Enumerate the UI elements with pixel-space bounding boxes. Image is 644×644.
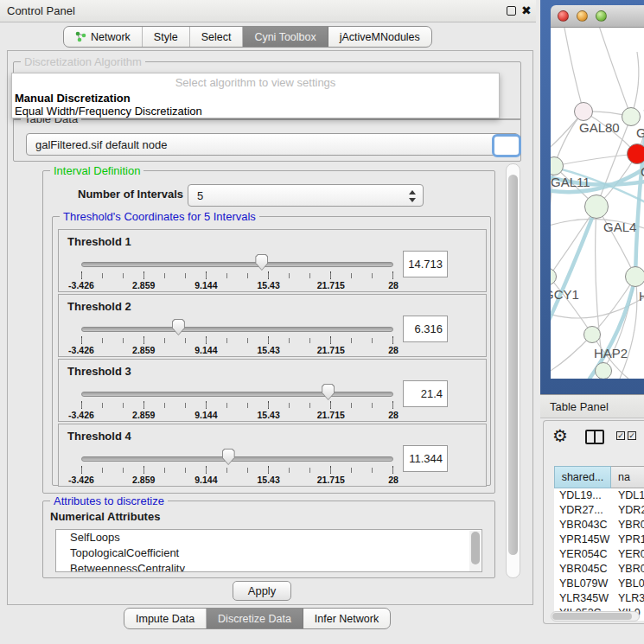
scale-tick-label: 21.715 <box>317 475 345 485</box>
dropdown-placeholder-option[interactable]: Select algorithm to view settings <box>12 76 499 89</box>
minimize-traffic-light-icon[interactable] <box>577 10 588 22</box>
checkbox-pair-icon[interactable]: ✓ ✓ <box>616 431 636 440</box>
cell-name: YLR3 <box>611 591 644 606</box>
graph-node-g[interactable] <box>622 107 641 126</box>
slider-minor-ticks <box>81 338 394 343</box>
panel-scrollbar-thumb[interactable] <box>508 175 518 555</box>
threshold-1-slider-thumb[interactable] <box>255 254 268 271</box>
scale-tick-label: 21.715 <box>317 345 345 355</box>
numerical-attributes-label: Numerical Attributes <box>50 510 160 523</box>
graph-node[interactable] <box>595 362 612 379</box>
table-row[interactable]: YBL079WYBL0 <box>554 577 644 591</box>
attribute-list-item[interactable]: SelfLoops <box>56 530 481 545</box>
tab-select[interactable]: Select <box>190 27 244 47</box>
threshold-1-value-field[interactable]: 14.713 <box>403 251 448 277</box>
float-window-icon[interactable] <box>507 6 516 16</box>
tab-jactivemnodules[interactable]: jActiveMNodules <box>328 27 431 47</box>
table-data-selected-value: galFiltered.sif default node <box>35 138 167 151</box>
number-of-intervals-label: Number of Intervals <box>78 188 183 201</box>
graph-node-gal80[interactable] <box>574 102 593 121</box>
threshold-3-slider-thumb[interactable] <box>322 384 335 400</box>
dropdown-option-equal-width-frequency[interactable]: Equal Width/Frequency Discretization <box>15 105 202 118</box>
threshold-1-panel: Threshold 1 -3.4262.8599.14415.4321.7152… <box>58 229 487 292</box>
table-header-row: shared... na <box>554 466 644 488</box>
tab-label: Cyni Toolbox <box>254 31 316 43</box>
network-canvas[interactable]: GAL80GCGAL11GAL4GCY1HHAP2 <box>551 28 644 379</box>
table-horizontal-scrollbar-thumb[interactable] <box>552 613 632 620</box>
graph-node-hap2[interactable] <box>583 326 601 343</box>
gear-icon[interactable]: ⚙ <box>552 425 568 446</box>
threshold-3-value-field[interactable]: 21.4 <box>403 380 448 407</box>
number-of-intervals-combobox[interactable]: 5 <box>188 184 424 207</box>
slider-scale-labels: -3.4262.8599.14415.4321.71528 <box>81 475 393 485</box>
threshold-2-slider-track[interactable] <box>81 327 393 332</box>
attribute-list-item[interactable]: BetweennessCentrality <box>56 561 481 572</box>
graph-node-label: GAL11 <box>551 175 590 189</box>
tab-impute-data[interactable]: Impute Data <box>124 609 207 628</box>
graph-node-label: H <box>639 289 644 303</box>
cell-name: YBL0 <box>611 577 644 591</box>
graph-node-gal4[interactable] <box>584 194 609 219</box>
scale-tick-label: -3.426 <box>68 410 94 420</box>
network-icon <box>75 31 86 42</box>
graph-node-c[interactable] <box>627 143 644 164</box>
table-row[interactable]: YLR345WYLR3 <box>554 591 644 606</box>
table-row[interactable]: YER054CYER0 <box>554 547 644 562</box>
scale-tick-label: 28 <box>388 280 399 290</box>
tab-label: Style <box>154 31 178 43</box>
cell-shared-name: YLR345W <box>554 591 611 606</box>
algorithm-combobox[interactable] <box>492 134 521 157</box>
threshold-2-panel: Threshold 2 -3.4262.8599.14415.4321.7152… <box>58 294 487 357</box>
close-icon[interactable]: ✖ <box>521 3 532 17</box>
graph-node-h[interactable] <box>625 266 644 287</box>
tab-infer-network[interactable]: Infer Network <box>303 609 390 628</box>
threshold-4-slider-track[interactable] <box>81 456 393 462</box>
threshold-2-slider-thumb[interactable] <box>172 319 185 335</box>
apply-button[interactable]: Apply <box>233 581 291 601</box>
cell-shared-name: YER054C <box>554 547 611 562</box>
network-view-window: GAL80GCGAL11GAL4GCY1HHAP2 <box>540 0 644 394</box>
table-row[interactable]: YDR27...YDR2 <box>554 503 644 518</box>
scale-tick-label: 28 <box>388 345 399 355</box>
column-header-shared[interactable]: shared... <box>554 466 611 488</box>
table-row[interactable]: YPR145WYPR1 <box>554 532 644 547</box>
column-header-name[interactable]: na <box>611 466 644 488</box>
close-traffic-light-icon[interactable] <box>558 10 569 22</box>
table-row[interactable]: YDL19...YDL1 <box>554 488 644 503</box>
scale-tick-label: 15.43 <box>257 345 279 355</box>
table-row[interactable]: YBR043CYBR0 <box>554 518 644 532</box>
tab-style[interactable]: Style <box>143 27 190 47</box>
tab-discretize-data[interactable]: Discretize Data <box>207 609 303 628</box>
scale-tick-label: 9.144 <box>194 475 217 485</box>
threshold-3-slider-track[interactable] <box>81 392 393 397</box>
table-panel-title: Table Panel <box>550 400 609 413</box>
tab-cyni-toolbox[interactable]: Cyni Toolbox <box>243 27 328 47</box>
scale-tick-label: -3.426 <box>68 280 94 290</box>
list-scrollbar-thumb[interactable] <box>471 532 480 564</box>
slider-minor-ticks <box>81 403 394 408</box>
panel-scrollbar[interactable] <box>506 163 520 578</box>
threshold-4-slider-thumb[interactable] <box>222 449 235 465</box>
tab-label: Select <box>201 31 232 43</box>
dropdown-option-manual-discretization[interactable]: Manual Discretization <box>15 92 131 105</box>
threshold-2-value-field[interactable]: 6.316 <box>403 316 448 342</box>
discretization-algorithm-group-title: Discretization Algorithm <box>21 55 145 68</box>
slider-minor-ticks <box>81 273 394 278</box>
screen: Control Panel ✖ Network Style Select Cyn… <box>0 0 644 644</box>
attribute-list-item[interactable]: TopologicalCoefficient <box>56 545 481 561</box>
control-panel-titlebar: Control Panel ✖ <box>0 0 536 22</box>
threshold-1-slider-track[interactable] <box>81 262 393 267</box>
split-columns-icon[interactable] <box>585 430 604 444</box>
slider-scale-labels: -3.4262.8599.14415.4321.71528 <box>81 410 393 420</box>
table-row[interactable]: YBR045CYBR0 <box>554 562 644 577</box>
table-horizontal-scrollbar[interactable] <box>551 611 640 622</box>
attributes-to-discretize-group: Attributes to discretize Numerical Attri… <box>42 501 495 578</box>
threshold-4-value-field[interactable]: 11.344 <box>403 445 448 472</box>
network-window-titlebar[interactable] <box>551 5 644 28</box>
zoom-traffic-light-icon[interactable] <box>596 10 607 22</box>
cell-name: YDL1 <box>611 488 644 503</box>
tab-network[interactable]: Network <box>64 27 143 47</box>
table-data-combobox[interactable]: galFiltered.sif default node <box>26 133 519 156</box>
numerical-attributes-list[interactable]: SelfLoopsTopologicalCoefficientBetweenne… <box>55 529 482 572</box>
list-scrollbar[interactable] <box>469 531 481 572</box>
